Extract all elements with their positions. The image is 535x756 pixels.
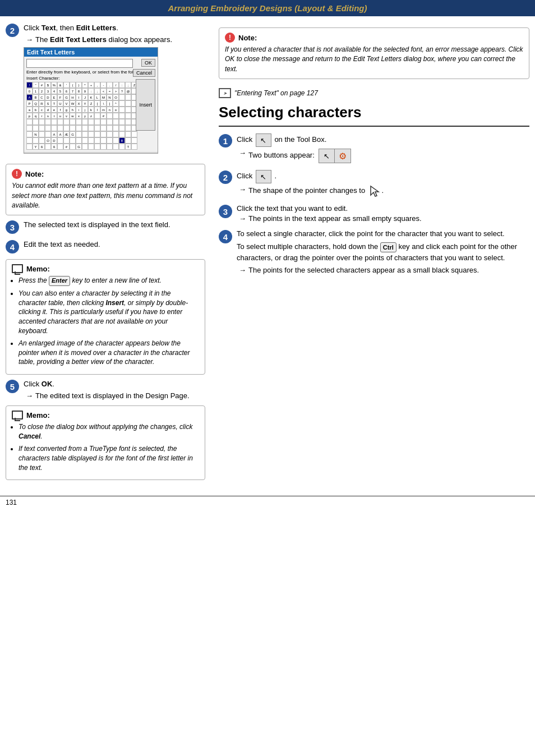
click-arrow-icon: ↖ [256,170,271,183]
step-4-row: 4 Edit the text as needed. [6,239,205,253]
memo-box-2: Memo: To close the dialog box without ap… [6,405,205,480]
memo-item-2-2: If text converted from a TrueType font i… [19,444,199,472]
page-footer: 131 [0,496,535,509]
step-4-text: Edit the text as needed. [24,239,205,250]
dialog-cancel-button[interactable]: Cancel [133,69,155,77]
right-step-2-row: 2 Click ↖ . → The shape of the pointer c… [219,170,529,197]
dialog-ok-button[interactable]: OK [141,59,155,67]
right-step-1-row: 1 Click ↖ on the Tool Box. → Two buttons… [219,133,529,163]
step-2-number: 2 [6,24,19,37]
note-text-1: You cannot edit more than one text patte… [12,181,199,210]
right-step-2-arrow: → The shape of the pointer changes to . [239,185,529,197]
arrow-sym-r1: → [239,149,246,163]
memo-item-2-1: To close the dialog box without applying… [19,422,199,441]
right-note-text: If you entered a character that is not a… [225,45,523,74]
memo-item-1-3: An enlarged image of the character appea… [19,339,199,367]
memo-box-1: Memo: Press the Enter key to enter a new… [6,259,205,375]
section-title: Selecting characters [219,104,529,127]
memo-item-1-2: You can also enter a character by select… [19,289,199,336]
svg-marker-0 [371,186,379,196]
right-step-4-arrow-text: The points for the selected characters a… [248,266,479,274]
right-step-2-text: Click ↖ . [237,170,529,183]
right-step-4-subtext: To select multiple characters, hold down… [237,241,529,263]
step-3-number: 3 [6,220,19,234]
memo-list-1: Press the Enter key to enter a new line … [12,276,199,367]
arrow-sym-5: → [26,391,33,400]
note-box-1: ! Note: You cannot edit more than one te… [6,164,205,215]
right-step-4-text: To select a single character, click the … [237,229,529,238]
page-header: Arranging Embroidery Designs (Layout & E… [0,0,535,16]
ref-link: "Entering Text" on page 127 [219,88,529,98]
step-3-text: The selected text is displayed in the te… [24,220,205,230]
memo-icon-2 [12,411,23,420]
memo-header-1: Memo: [12,264,199,273]
right-note-header: ! Note: [225,33,523,43]
step-4-number: 4 [6,240,19,253]
arrow-sym: → [26,35,33,44]
memo-item-1-1: Press the Enter key to enter a new line … [19,276,199,286]
step-3-content: The selected text is displayed in the te… [24,220,205,232]
enter-key: Enter [49,276,70,285]
arrow-sym-r3: → [239,214,246,223]
step-4-content: Edit the text as needed. [24,239,205,252]
right-step-2-arrow-text: The shape of the pointer changes to . [248,185,384,197]
right-column: ! Note: If you entered a character that … [213,23,529,485]
dialog-title-bar: Edit Text Letters [24,48,158,57]
dialog-box-image: Edit Text Letters Enter directly from th… [24,47,158,154]
right-step-4-row: 4 To select a single character, click th… [219,229,529,274]
dialog-insert-button[interactable]: Insert [136,79,155,131]
note-header-1: ! Note: [12,169,199,179]
right-step-4-arrow: → The points for the selected characters… [239,266,529,274]
step-5-arrow-text: The edited text is displayed in the Desi… [35,391,190,400]
left-column: 2 Click Text, then Edit Letters. → The E… [6,23,213,485]
right-step-1-text: Click ↖ on the Tool Box. [237,133,529,147]
right-step-2-content: Click ↖ . → The shape of the pointer cha… [237,170,529,197]
right-step-3-row: 3 Click the text that you want to edit. … [219,204,529,223]
right-step-1-number: 1 [219,134,232,147]
right-step-3-arrow: → The points in the text appear as small… [239,214,529,223]
right-step-1-arrow: → Two buttons appear: ↖ ⚙ [239,149,529,163]
right-step-3-number: 3 [219,205,232,218]
memo-header-2: Memo: [12,411,199,420]
right-note-box: ! Note: If you entered a character that … [219,27,529,79]
btn-arrow-icon: ↖ [319,149,335,163]
arrow-sym-r4: → [239,266,246,274]
right-step-3-content: Click the text that you want to edit. → … [237,204,529,223]
right-step-1-content: Click ↖ on the Tool Box. → Two buttons a… [237,133,529,163]
pointer-shape-icon [370,185,380,197]
right-step-3-arrow-text: The points in the text appear as small e… [248,214,422,223]
step-5-arrow: → The edited text is displayed in the De… [26,391,205,400]
step-5-content: Click OK. → The edited text is displayed… [24,379,205,400]
note-icon-1: ! [12,169,22,179]
right-step-1-arrow-text: Two buttons appear: ↖ ⚙ [248,149,351,163]
step-5-number: 5 [6,380,19,393]
step-2-arrow: → The Edit Text Letters dialog box appea… [26,35,205,44]
right-step-4-number: 4 [219,230,232,243]
right-step-3-text: Click the text that you want to edit. [237,204,529,213]
step-5-row: 5 Click OK. → The edited text is display… [6,379,205,400]
arrow-sym-r2: → [239,185,246,197]
step-3-row: 3 The selected text is displayed in the … [6,220,205,234]
memo-icon-1 [12,264,23,273]
btn-gear-icon: ⚙ [335,149,350,163]
two-buttons-display: ↖ ⚙ [319,149,351,163]
toolbox-arrow-icon: ↖ [256,133,271,147]
ctrl-key: Ctrl [380,242,396,253]
right-note-icon: ! [225,33,235,43]
step-5-text: Click OK. [24,379,205,389]
right-step-2-number: 2 [219,170,232,184]
step-2-text: Click Text, then Edit Letters. [24,23,205,33]
right-step-4-content: To select a single character, click the … [237,229,529,274]
step-2-row: 2 Click Text, then Edit Letters. → The E… [6,23,205,158]
step-2-content: Click Text, then Edit Letters. → The Edi… [24,23,205,158]
ref-icon [219,88,231,98]
page-number: 131 [6,499,17,506]
memo-list-2: To close the dialog box without applying… [12,422,199,472]
